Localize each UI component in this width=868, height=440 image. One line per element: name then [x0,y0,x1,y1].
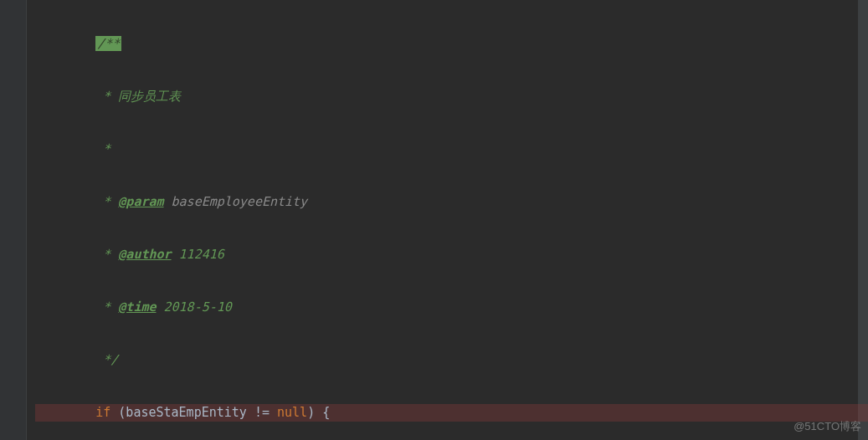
javadoc-time-val: 2018-5-10 [157,299,232,315]
indent [35,299,95,315]
javadoc-prefix: * [95,194,118,209]
javadoc-prefix: * [95,247,118,262]
keyword-null: null [277,405,307,420]
indent [35,352,95,367]
javadoc-summary: 同步员工表 [118,89,181,104]
javadoc-prefix: * [95,299,118,315]
code-line: * @author 112416 [35,246,868,263]
code-line: * @time 2018-5-10 [35,299,868,316]
javadoc-author-tag: @author [118,247,171,262]
code-line: * 同步员工表 [35,88,868,105]
code-text: ) { [307,405,330,420]
indent [35,194,95,209]
javadoc-prefix: * [95,89,118,104]
javadoc-author-val: 112416 [172,247,224,262]
indent [35,89,95,104]
javadoc-time-tag: @time [118,299,156,315]
code-line: * [35,141,868,158]
code-line: /** [35,35,868,53]
javadoc-close: */ [95,352,118,367]
indent [35,405,95,420]
javadoc-empty: * [95,141,110,156]
watermark: @51CTO博客 [794,417,861,435]
indent [35,247,95,262]
code-editor-viewport[interactable]: /** * 同步员工表 * * @param baseEmployeeEntit… [27,0,868,440]
code-line: * @param baseEmployeeEntity [35,193,868,211]
indent [35,36,95,51]
code-text: (baseStaEmpEntity != [110,405,277,420]
javadoc-open: /** [95,36,121,51]
javadoc-param-name: baseEmployeeEntity [164,194,308,209]
javadoc-param-tag: @param [118,194,163,209]
code-line: */ [35,351,868,369]
keyword-if: if [95,405,110,420]
indent [35,141,95,156]
code-line: if (baseStaEmpEntity != null) { [35,404,868,422]
editor-gutter [0,0,27,440]
